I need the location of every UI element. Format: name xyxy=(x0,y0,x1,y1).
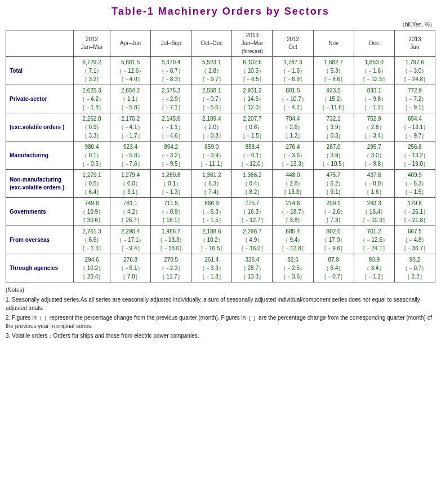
header-2013-jan: 2013Jan xyxy=(394,30,435,57)
table-row: Governments749.6 （ 10.9） ［ 30.6］781.1 （ … xyxy=(6,198,435,226)
table-row: Manufacturing980.4 （ 0.1） ［－0.5］923.4 （－… xyxy=(6,142,435,170)
data-cell: 448.0 （ 2.8） ［ 13.3］ xyxy=(273,170,313,198)
row-label: (exc.volatile orders ) xyxy=(6,113,74,142)
header-2013-janmar: 2013Jan–Mar(forecast) xyxy=(232,30,273,57)
header-aprjun: Apr–Jun xyxy=(110,30,151,57)
header-julsep: Jul–Sep xyxy=(151,30,191,57)
header-label-col xyxy=(6,30,74,57)
data-cell: 801.5 （－10.7） ［－4.2］ xyxy=(273,85,313,113)
data-cell: 2,931.2 （ 14.6） ［ 12.0］ xyxy=(232,85,273,113)
data-cell: 2,761.3 （ 6.6） ［－1.3］ xyxy=(74,226,110,254)
data-cell: 2,189.4 （ 2.0） ［－0.8］ xyxy=(191,113,232,142)
header-nov: Nov xyxy=(313,30,354,57)
data-cell: 802.0 （ 17.0） ［－9.6］ xyxy=(313,226,354,254)
header-dec: Dec xyxy=(354,30,394,57)
data-cell: 833.1 （－9.8） ［－1.2］ xyxy=(354,85,394,113)
unit-label: （bil.Yen, %） xyxy=(6,21,435,29)
data-cell: 1,882.7 （ 5.3） ［－8.6］ xyxy=(313,57,354,85)
data-cell: 2,296.7 （ 4.9） ［－16.0］ xyxy=(232,226,273,254)
data-cell: 1,797.6 （－3.0） ［－24.8］ xyxy=(394,57,435,85)
data-cell: 701.2 （－12.6） ［－24.1］ xyxy=(354,226,394,254)
data-cell: 179.8 （－26.1） ［－21.8］ xyxy=(394,198,435,226)
header-2012-janmar: 2012Jan–Mar xyxy=(74,30,110,57)
data-cell: 1,280.8 （ 0.1） ［－1.3］ xyxy=(151,170,191,198)
data-cell: 5,523.1 （ 2.8） ［－9.7］ xyxy=(191,57,232,85)
page-title: Table-1 Machinery Orders by Sectors xyxy=(6,6,435,17)
table-row: Private-sector2,625.3 （－4.2） ［－1.8］2,654… xyxy=(6,85,435,113)
data-cell: 243.3 （ 16.4） ［－10.9］ xyxy=(354,198,394,226)
data-cell: 2,625.3 （－4.2） ［－1.8］ xyxy=(74,85,110,113)
header-row: 2012Jan–Mar Apr–Jun Jul–Sep Oct–Dec 2013… xyxy=(6,30,435,57)
data-cell: 775.7 （ 16.3） ［－12.7］ xyxy=(232,198,273,226)
data-cell: 336.4 （ 28.7） ［ 13.3］ xyxy=(232,254,273,282)
row-label: Governments xyxy=(6,198,74,226)
data-cell: 1,986.7 （－13.3） ［－18.0］ xyxy=(151,226,191,254)
data-cell: 923.5 （ 15.2） ［－11.6］ xyxy=(313,85,354,113)
notes-section: (Notes) 1. Seasonally adjusted series.As… xyxy=(6,286,435,340)
table-row: Through agencies294.6 （ 10.2） ［ 20.4］276… xyxy=(6,254,435,282)
row-label: Through agencies xyxy=(6,254,74,282)
data-cell: 87.9 （ 6.4） ［－0.7］ xyxy=(313,254,354,282)
data-cell: 6,729.2 （ 7.1） ［ 3.2］ xyxy=(74,57,110,85)
data-cell: 437.6 （－8.0） ［ 1.6］ xyxy=(354,170,394,198)
notes-item-2: 2. Figures in（ ）represent the percentage… xyxy=(6,313,435,330)
data-cell: 276.4 （－3.6） ［－13.3］ xyxy=(273,142,313,170)
table-row: Total6,729.2 （ 7.1） ［ 3.2］5,881.5 （－12.6… xyxy=(6,57,435,85)
data-cell: 980.4 （ 0.1） ［－0.5］ xyxy=(74,142,110,170)
data-cell: 214.6 （－18.7） ［ 3.8］ xyxy=(273,198,313,226)
data-cell: 1,366.2 （ 0.4） ［ 8.2］ xyxy=(232,170,273,198)
table-row: (exc.volatile orders )2,262.0 （ 0.9） ［ 3… xyxy=(6,113,435,142)
data-cell: 2,262.0 （ 0.9） ［ 3.3］ xyxy=(74,113,110,142)
row-label: Non-manufacturing (exc.volatile orders ) xyxy=(6,170,74,198)
data-cell: 923.4 （－5.8） ［－7.6］ xyxy=(110,142,151,170)
data-cell: 781.1 （ 4.2） ［ 26.7］ xyxy=(110,198,151,226)
data-cell: 2,654.2 （ 1.1） ［－5.8］ xyxy=(110,85,151,113)
data-cell: 749.6 （ 10.9） ［ 30.6］ xyxy=(74,198,110,226)
table-row: Non-manufacturing (exc.volatile orders )… xyxy=(6,170,435,198)
data-cell: 1,279.4 （ 0.0） ［ 3.1］ xyxy=(110,170,151,198)
data-cell: 667.5 （－4.8） ［－36.7］ xyxy=(394,226,435,254)
data-cell: 859.0 （－3.9） ［－11.1］ xyxy=(191,142,232,170)
notes-header: (Notes) xyxy=(6,286,435,294)
data-cell: 704.4 （ 2.6） ［ 1.2］ xyxy=(273,113,313,142)
data-cell: 2,188.6 （ 10.2） ［－16.5］ xyxy=(191,226,232,254)
data-cell: 772.9 （－7.2） ［－9.1］ xyxy=(394,85,435,113)
data-cell: 711.5 （－8.9） ［ 18.1］ xyxy=(151,198,191,226)
data-cell: 2,576.3 （－2.9） ［－7.1］ xyxy=(151,85,191,113)
data-cell: 409.9 （－6.3） ［－1.5］ xyxy=(394,170,435,198)
data-cell: 2,207.7 （ 0.8） ［－1.5］ xyxy=(232,113,273,142)
data-cell: 261.4 （－3.3） ［－1.8］ xyxy=(191,254,232,282)
main-table: 2012Jan–Mar Apr–Jun Jul–Sep Oct–Dec 2013… xyxy=(6,30,435,282)
data-cell: 2,558.1 （－0.7） ［－5.6］ xyxy=(191,85,232,113)
data-cell: 1,853.0 （－1.6） ［－12.5］ xyxy=(354,57,394,85)
data-cell: 666.9 （－6.3） ［－1.5］ xyxy=(191,198,232,226)
data-cell: 732.1 （ 3.9） ［ 0.3］ xyxy=(313,113,354,142)
data-cell: 287.0 （ 3.9） ［－10.5］ xyxy=(313,142,354,170)
data-cell: 752.9 （ 2.8） ［－3.4］ xyxy=(354,113,394,142)
header-2012-oct: 2012Oct xyxy=(273,30,313,57)
data-cell: 294.6 （ 10.2） ［ 20.4］ xyxy=(74,254,110,282)
notes-item-3: 3. Volatile orders：Orders for ships and … xyxy=(6,331,435,340)
data-cell: 1,361.2 （ 6.3） ［ 7.4］ xyxy=(191,170,232,198)
table-row: From overseas2,761.3 （ 6.6） ［－1.3］2,290.… xyxy=(6,226,435,254)
row-label: Manufacturing xyxy=(6,142,74,170)
data-cell: 894.2 （－3.2） ［－9.5］ xyxy=(151,142,191,170)
row-label: Private-sector xyxy=(6,85,74,113)
data-cell: 5,370.4 （－8.7） ［－8.3］ xyxy=(151,57,191,85)
data-cell: 1,279.1 （ 0.5） ［ 6.4］ xyxy=(74,170,110,198)
data-cell: 82.6 （－2.5） ［－3.6］ xyxy=(273,254,313,282)
data-cell: 858.4 （－0.1） ［－12.0］ xyxy=(232,142,273,170)
data-cell: 209.1 （－2.6） ［ 7.3］ xyxy=(313,198,354,226)
data-cell: 256.8 （－13.2） ［－19.0］ xyxy=(394,142,435,170)
data-cell: 1,787.3 （－1.6） ［－6.9］ xyxy=(273,57,313,85)
data-cell: 6,102.6 （ 10.5） ［－6.5］ xyxy=(232,57,273,85)
data-cell: 295.7 （ 3.0） ［－9.8］ xyxy=(354,142,394,170)
data-cell: 654.4 （－13.1） ［－9.7］ xyxy=(394,113,435,142)
data-cell: 2,290.4 （－17.1） ［－9.4］ xyxy=(110,226,151,254)
data-cell: 90.9 （ 3.4） ［－1.2］ xyxy=(354,254,394,282)
header-octdec: Oct–Dec xyxy=(191,30,232,57)
data-cell: 2,145.6 （－1.1） ［－4.6］ xyxy=(151,113,191,142)
data-cell: 5,881.5 （－12.6） ［－4.0］ xyxy=(110,57,151,85)
data-cell: 475.7 （ 6.2） ［ 9.1］ xyxy=(313,170,354,198)
notes-item-1: 1. Seasonally adjusted series.As all ser… xyxy=(6,295,435,312)
